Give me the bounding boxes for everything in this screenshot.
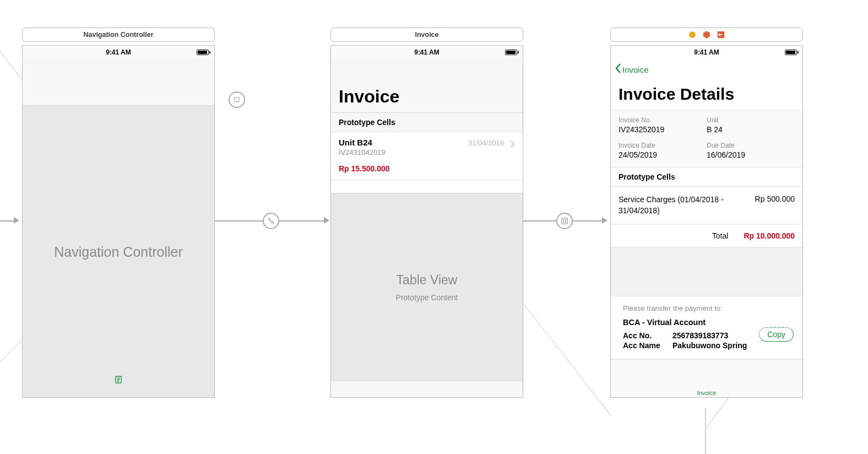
coin-icon [688, 30, 697, 39]
segue-square-icon[interactable] [229, 91, 245, 108]
phone-screen-details: 9:41 AM Invoice Invoice Details Invoice … [610, 45, 803, 398]
battery-icon [785, 50, 797, 55]
nav-controller-body: Navigation Controller [23, 106, 214, 397]
invoice-no-value: IV243252019 [619, 125, 707, 134]
tab-label: Invoice [697, 390, 717, 396]
charge-name: Service Charges (01/04/2018 - 31/04/2018… [619, 194, 755, 216]
due-date-value: 16/06/2019 [707, 150, 795, 159]
phone-screen-invoice: 9:41 AM Invoice Prototype Cells Unit B24… [330, 45, 523, 398]
copy-button[interactable]: Copy [759, 327, 794, 342]
back-button[interactable]: Invoice [611, 59, 802, 76]
charge-row[interactable]: Service Charges (01/04/2018 - 31/04/2018… [611, 187, 802, 224]
placeholder-secondary: Prototype Content [396, 293, 458, 302]
cell-date: 31/04/2018 [468, 139, 504, 147]
scene-title-invoice[interactable]: Invoice [330, 28, 523, 42]
invoice-date-value: 24/05/2019 [619, 150, 707, 159]
svg-line-6 [270, 220, 272, 222]
pay-bank: BCA - Virtual Account [623, 318, 793, 327]
scene-title-details[interactable] [610, 28, 803, 42]
cell-code: IV2431042019 [339, 148, 515, 156]
acc-no-value: 2567839183773 [672, 331, 728, 340]
page-title: Invoice [339, 87, 515, 107]
section-header: Prototype Cells [331, 113, 523, 132]
spacer-block [611, 247, 802, 296]
cell-price: Rp 15.500.000 [339, 164, 515, 173]
back-label: Invoice [622, 65, 649, 74]
due-date-label: Due Date [707, 142, 795, 149]
acc-name-label: Acc Name [623, 341, 672, 350]
battery-icon [197, 50, 209, 55]
pay-instruction: Please transfer the payment to: [623, 304, 793, 312]
invoice-list-cell[interactable]: Unit B24 IV2431042019 Rp 15.500.000 31/0… [331, 132, 523, 180]
acc-name-value: Pakubuwono Spring [672, 341, 747, 350]
status-bar: 9:41 AM [611, 46, 802, 59]
unit-value: B 24 [707, 125, 795, 134]
segue-show-icon[interactable] [556, 213, 573, 229]
info-grid: Invoice No. IV243252019 Unit B 24 Invoic… [611, 111, 802, 167]
tab-bar-blank [331, 381, 523, 397]
section-header: Prototype Cells [611, 167, 802, 187]
chevron-left-icon [615, 63, 621, 76]
status-time: 9:41 AM [106, 48, 131, 56]
unit-label: Unit [707, 116, 795, 124]
status-bar: 9:41 AM [331, 46, 523, 59]
status-bar: 9:41 AM [23, 46, 214, 59]
invoice-no-label: Invoice No. [619, 116, 707, 124]
svg-rect-7 [235, 98, 239, 102]
placeholder-primary: Table View [397, 273, 458, 288]
chevron-right-icon [511, 140, 515, 150]
table-placeholder: Table View Prototype Content [331, 193, 523, 381]
status-time: 9:41 AM [694, 48, 719, 56]
cube-icon [702, 30, 711, 39]
status-time: 9:41 AM [414, 48, 440, 56]
page-title: Invoice Details [619, 85, 795, 104]
charge-amount: Rp 500.000 [755, 194, 795, 216]
svg-rect-9 [563, 220, 566, 223]
exit-icon [717, 30, 725, 39]
phone-screen-nav: 9:41 AM Navigation Controller [22, 45, 215, 398]
total-label: Total [712, 231, 729, 240]
scene-title-nav[interactable]: Navigation Controller [22, 28, 215, 42]
invoice-date-label: Invoice Date [619, 142, 707, 149]
large-title-area: Invoice [331, 59, 523, 113]
cell-spacer [331, 180, 523, 193]
acc-no-label: Acc No. [623, 331, 672, 340]
tab-bar[interactable]: Invoice [611, 359, 802, 397]
total-value: Rp 10.000.000 [744, 231, 795, 240]
payment-block: Please transfer the payment to: BCA - Vi… [611, 296, 802, 359]
segue-relationship-icon[interactable] [263, 213, 279, 229]
list-glyph-icon [114, 371, 123, 387]
total-row: Total Rp 10.000.000 [611, 224, 802, 247]
nav-controller-label: Navigation Controller [54, 244, 182, 260]
svg-point-10 [689, 31, 696, 38]
svg-rect-8 [562, 218, 568, 224]
battery-icon [505, 50, 517, 55]
nav-bar-blank [23, 59, 214, 106]
